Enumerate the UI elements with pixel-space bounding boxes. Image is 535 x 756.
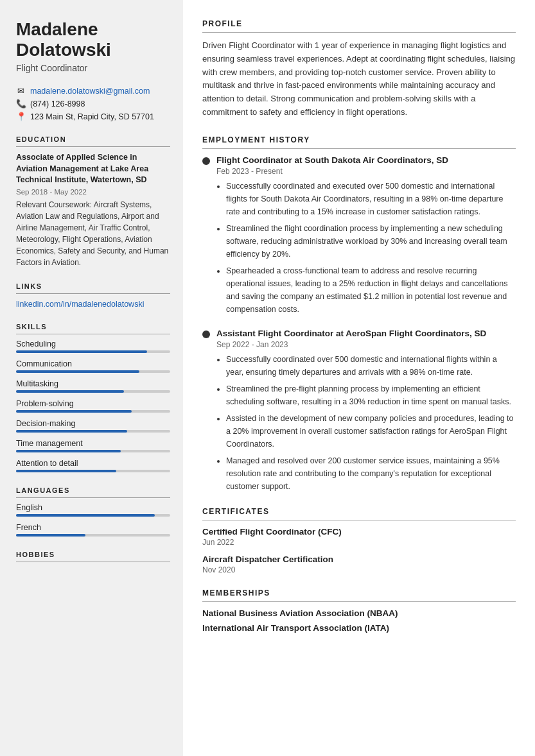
employment-section: EMPLOYMENT HISTORY Flight Coordinator at…: [202, 135, 516, 493]
skill-label: Attention to detail: [16, 459, 170, 468]
skill-label: Multitasking: [16, 379, 170, 388]
contact-address: 📍 123 Main St, Rapid City, SD 57701: [16, 112, 170, 121]
contact-email: ✉ madalene.dolatowski@gmail.com: [16, 86, 170, 96]
edu-coursework: Relevant Coursework: Aircraft Systems, A…: [16, 199, 170, 268]
skill-bar-fill: [16, 410, 132, 413]
job-bullet: Assisted in the development of new compa…: [226, 412, 516, 451]
contact-section: ✉ madalene.dolatowski@gmail.com 📞 (874) …: [16, 86, 170, 121]
skill-bar-fill: [16, 370, 139, 373]
email-link[interactable]: madalene.dolatowski@gmail.com: [30, 87, 150, 96]
memberships-section: MEMBERSHIPS National Business Aviation A…: [202, 588, 516, 633]
job-dates: Feb 2023 - Present: [216, 167, 516, 176]
cert-name: Certified Flight Coordinator (CFC): [202, 527, 516, 537]
contact-phone: 📞 (874) 126-8998: [16, 99, 170, 108]
language-bar-fill: [16, 514, 155, 517]
skill-bar-bg: [16, 430, 170, 433]
certificates-section-title: CERTIFICATES: [202, 507, 516, 520]
job-dot: [202, 157, 210, 165]
skill-bar-bg: [16, 450, 170, 452]
coursework-text: Aircraft Systems, Aviation Law and Regul…: [16, 200, 168, 267]
skill-label: Time management: [16, 439, 170, 448]
skill-bar-fill: [16, 450, 121, 452]
membership-item: National Business Aviation Association (…: [202, 608, 516, 618]
coursework-label: Relevant Coursework:: [16, 200, 92, 209]
job-bullet: Managed and resolved over 200 customer s…: [226, 454, 516, 493]
employment-section-title: EMPLOYMENT HISTORY: [202, 135, 516, 149]
skill-bar-bg: [16, 470, 170, 472]
language-label: English: [16, 503, 170, 512]
job-dot: [202, 331, 210, 338]
profile-text: Driven Flight Coordinator with 1 year of…: [202, 39, 516, 119]
skill-bar-fill: [16, 390, 124, 393]
skill-item: Multitasking: [16, 379, 170, 393]
education-section-title: EDUCATION: [16, 135, 170, 147]
address-text: 123 Main St, Rapid City, SD 57701: [30, 112, 154, 121]
cert-date: Jun 2022: [202, 538, 516, 547]
cert-date: Nov 2020: [202, 565, 516, 574]
profile-section-title: PROFILE: [202, 19, 516, 33]
language-bar-bg: [16, 534, 170, 537]
memberships-list: National Business Aviation Association (…: [202, 608, 516, 633]
education-block: Associate of Applied Science in Aviation…: [16, 152, 170, 268]
skill-bar-fill: [16, 430, 127, 433]
sidebar: Madalene Dolatowski Flight Coordinator ✉…: [0, 0, 183, 756]
job-title-main: Assistant Flight Coordinator at AeroSpan…: [216, 329, 486, 338]
email-icon: ✉: [16, 86, 26, 96]
profile-section: PROFILE Driven Flight Coordinator with 1…: [202, 19, 516, 119]
skill-item: Problem-solving: [16, 399, 170, 413]
jobs-list: Flight Coordinator at South Dakota Air C…: [202, 155, 516, 493]
job-bullet: Successfully coordinated and executed ov…: [226, 180, 516, 218]
main-content: PROFILE Driven Flight Coordinator with 1…: [183, 0, 535, 756]
job-bullet: Successfully coordinated over 500 domest…: [226, 353, 516, 379]
language-item: English: [16, 503, 170, 517]
skill-label: Problem-solving: [16, 399, 170, 408]
certificates-section: CERTIFICATES Certified Flight Coordinato…: [202, 507, 516, 574]
skill-bar-bg: [16, 370, 170, 373]
cert-item: Aircraft Dispatcher Certification Nov 20…: [202, 554, 516, 574]
job-title-main: Flight Coordinator at South Dakota Air C…: [216, 155, 448, 165]
skill-item: Communication: [16, 359, 170, 373]
skill-bar-bg: [16, 390, 170, 393]
cert-item: Certified Flight Coordinator (CFC) Jun 2…: [202, 527, 516, 547]
skill-label: Decision-making: [16, 419, 170, 428]
job-block: Flight Coordinator at South Dakota Air C…: [202, 155, 516, 316]
skill-item: Decision-making: [16, 419, 170, 433]
skill-item: Attention to detail: [16, 459, 170, 472]
skill-bar-bg: [16, 410, 170, 413]
job-dates: Sep 2022 - Jan 2023: [216, 340, 516, 349]
linkedin-link-block: linkedin.com/in/madalenedolatowski: [16, 299, 170, 309]
memberships-section-title: MEMBERSHIPS: [202, 588, 516, 602]
language-label: French: [16, 523, 170, 532]
languages-list: English French: [16, 503, 170, 537]
skill-item: Time management: [16, 439, 170, 452]
languages-section-title: LANGUAGES: [16, 486, 170, 498]
language-item: French: [16, 523, 170, 537]
skill-bar-fill: [16, 470, 116, 472]
job-bullet: Spearheaded a cross-functional team to a…: [226, 264, 516, 316]
skill-label: Communication: [16, 359, 170, 368]
edu-degree: Associate of Applied Science in Aviation…: [16, 152, 170, 186]
skill-label: Scheduling: [16, 339, 170, 348]
language-bar-bg: [16, 514, 170, 517]
skills-section-title: SKILLS: [16, 323, 170, 334]
certs-list: Certified Flight Coordinator (CFC) Jun 2…: [202, 527, 516, 574]
skill-item: Scheduling: [16, 339, 170, 353]
phone-number: (874) 126-8998: [30, 99, 85, 108]
language-bar-fill: [16, 534, 85, 537]
skill-bar-bg: [16, 350, 170, 353]
skills-list: Scheduling Communication Multitasking Pr…: [16, 339, 170, 472]
phone-icon: 📞: [16, 99, 26, 108]
membership-item: International Air Transport Association …: [202, 623, 516, 633]
candidate-name: Madalene Dolatowski: [16, 19, 170, 60]
job-bullets: Successfully coordinated over 500 domest…: [216, 353, 516, 493]
job-bullet: Streamlined the flight coordination proc…: [226, 222, 516, 261]
job-header: Assistant Flight Coordinator at AeroSpan…: [202, 329, 516, 338]
hobbies-section-title: HOBBIES: [16, 551, 170, 562]
linkedin-link[interactable]: linkedin.com/in/madalenedolatowski: [16, 300, 144, 309]
edu-dates: Sep 2018 - May 2022: [16, 188, 170, 196]
job-block: Assistant Flight Coordinator at AeroSpan…: [202, 329, 516, 493]
skill-bar-fill: [16, 350, 147, 353]
cert-name: Aircraft Dispatcher Certification: [202, 554, 516, 564]
job-bullets: Successfully coordinated and executed ov…: [216, 180, 516, 316]
candidate-title: Flight Coordinator: [16, 63, 170, 73]
